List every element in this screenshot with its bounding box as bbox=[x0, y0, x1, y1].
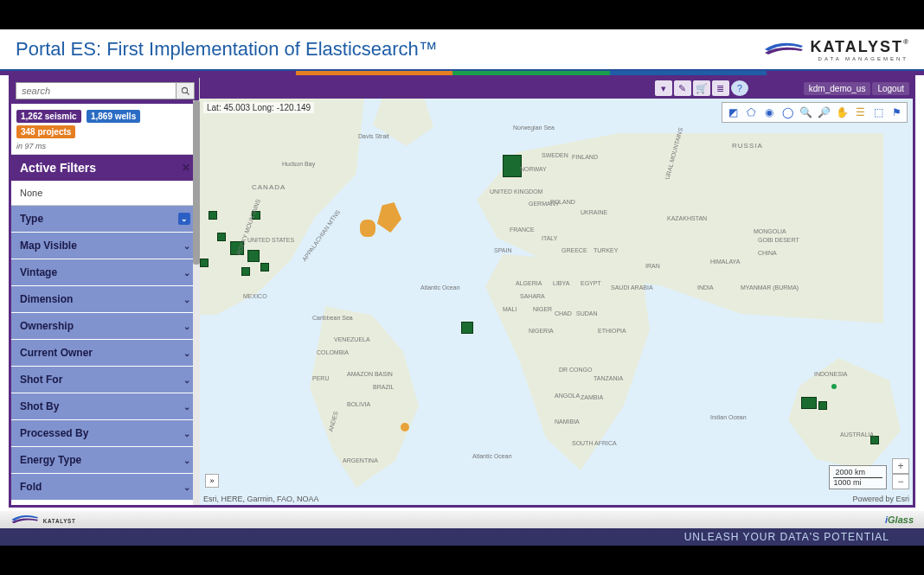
data-polygon[interactable] bbox=[401, 423, 409, 431]
data-polygon[interactable] bbox=[360, 220, 375, 237]
data-point[interactable] bbox=[247, 250, 260, 262]
scale-mi: 1000 mi bbox=[833, 478, 882, 487]
facet-label: Fold bbox=[20, 481, 42, 493]
facet-label: Shot By bbox=[20, 400, 59, 412]
map-label: Hudson Bay bbox=[282, 161, 315, 167]
zoom-out-button[interactable]: − bbox=[892, 474, 909, 489]
map-powered-by: Powered by Esri bbox=[852, 495, 909, 503]
scale-bar: 2000 km 1000 mi bbox=[829, 465, 887, 489]
map-label: SAHARA bbox=[520, 293, 545, 299]
map-label: TURKEY bbox=[594, 247, 618, 253]
facet-shot-by[interactable]: Shot By⌄ bbox=[11, 393, 199, 420]
sidebar-scrollbar[interactable] bbox=[193, 100, 200, 505]
map-label: ALGERIA bbox=[516, 280, 542, 286]
map-canvas[interactable]: CANADARUSSIAHudson BayNorwegian SeaDavis… bbox=[200, 99, 913, 505]
data-point[interactable] bbox=[217, 233, 226, 241]
facet-shot-for[interactable]: Shot For⌄ bbox=[11, 367, 199, 393]
data-point[interactable] bbox=[241, 267, 250, 276]
map-label: GOBI DESERT bbox=[758, 237, 799, 243]
select-circle-icon[interactable]: ◯ bbox=[779, 105, 796, 120]
facet-label: Energy Type bbox=[20, 454, 81, 466]
zoom-in-button[interactable]: + bbox=[892, 458, 909, 474]
chevron-down-icon: ⌄ bbox=[183, 322, 190, 331]
filter-icon[interactable]: ▾ bbox=[655, 80, 672, 96]
slide-title-bar: Portal ES: First Implementation of Elast… bbox=[0, 29, 924, 71]
data-point[interactable] bbox=[503, 155, 522, 177]
cart-icon[interactable]: 🛒 bbox=[693, 80, 710, 96]
facet-current-owner[interactable]: Current Owner⌄ bbox=[11, 340, 199, 367]
map-label: CHAD bbox=[555, 310, 572, 316]
flashlight-icon[interactable]: ✎ bbox=[674, 80, 691, 96]
facet-label: Map Visible bbox=[20, 240, 77, 252]
extent-icon[interactable]: ⬚ bbox=[869, 105, 887, 120]
data-point[interactable] bbox=[818, 401, 827, 410]
data-point[interactable] bbox=[831, 384, 837, 389]
map-label: NIGER bbox=[533, 306, 552, 312]
map-label: BRAZIL bbox=[373, 384, 395, 390]
map-label: EGYPT bbox=[581, 280, 601, 286]
close-icon[interactable]: ✕ bbox=[182, 162, 190, 174]
scale-km: 2000 km bbox=[833, 468, 882, 478]
data-point[interactable] bbox=[209, 211, 217, 220]
map-label: Caribbean Sea bbox=[312, 315, 353, 321]
map-coords: Lat: 45.003 Long: -120.149 bbox=[203, 102, 314, 113]
list-icon[interactable]: ≣ bbox=[712, 80, 729, 96]
data-point[interactable] bbox=[200, 259, 209, 267]
zoom-in-icon[interactable]: 🔍 bbox=[797, 105, 814, 120]
zoom-out-icon[interactable]: 🔎 bbox=[815, 105, 832, 120]
map-label: VENEZUELA bbox=[334, 336, 370, 342]
sidebar: 1,262 seismic 1,869 wells 348 projects i… bbox=[11, 78, 200, 505]
map-label: INDIA bbox=[697, 284, 714, 291]
facet-ownership[interactable]: Ownership⌄ bbox=[11, 313, 199, 340]
facet-energy-type[interactable]: Energy Type⌄ bbox=[11, 447, 199, 474]
map-attribution: Esri, HERE, Garmin, FAO, NOAA bbox=[203, 495, 319, 503]
facet-map-visible[interactable]: Map Visible⌄ bbox=[11, 233, 199, 259]
badge-projects[interactable]: 348 projects bbox=[16, 125, 75, 138]
data-polygon[interactable] bbox=[377, 202, 401, 233]
facet-fold[interactable]: Fold⌄ bbox=[11, 474, 199, 501]
chevron-down-icon: ⌄ bbox=[183, 295, 190, 304]
map-label: SPAIN bbox=[494, 247, 512, 253]
help-icon[interactable]: ? bbox=[731, 80, 748, 96]
map-label: GREECE bbox=[561, 247, 587, 253]
slide-title: Portal ES: First Implementation of Elast… bbox=[16, 38, 438, 61]
map-label: ANGOLA bbox=[555, 393, 580, 399]
map-label: MEXICO bbox=[243, 293, 267, 299]
select-rect-icon[interactable]: ◩ bbox=[724, 105, 741, 120]
app-frame: 1,262 seismic 1,869 wells 348 projects i… bbox=[9, 75, 915, 508]
map-label: MONGOLIA bbox=[754, 228, 786, 234]
map-label: Atlantic Ocean bbox=[472, 453, 512, 459]
basemap-toggle[interactable]: » bbox=[205, 474, 219, 488]
facet-processed-by[interactable]: Processed By⌄ bbox=[11, 420, 199, 447]
map-label: FINLAND bbox=[572, 154, 598, 160]
map-label: SUDAN bbox=[576, 310, 598, 316]
data-point[interactable] bbox=[801, 397, 817, 409]
select-lasso-icon[interactable]: ◉ bbox=[760, 105, 778, 120]
map-label: SOUTH AFRICA bbox=[572, 440, 617, 446]
logout-link[interactable]: Logout bbox=[872, 82, 909, 95]
user-label[interactable]: kdm_demo_us bbox=[804, 82, 871, 95]
select-poly-icon[interactable]: ⬠ bbox=[742, 105, 760, 120]
pan-icon[interactable]: ✋ bbox=[833, 105, 850, 120]
map-label: Norwegian Sea bbox=[513, 125, 555, 131]
map-label: UNITED STATES bbox=[247, 237, 294, 243]
chevron-down-icon: ⌄ bbox=[183, 456, 190, 465]
facet-dimension[interactable]: Dimension⌄ bbox=[11, 286, 199, 313]
facet-vintage[interactable]: Vintage⌄ bbox=[11, 259, 199, 286]
badge-seismic[interactable]: 1,262 seismic bbox=[16, 110, 81, 123]
map-label: ITALY bbox=[542, 235, 557, 241]
layers-icon[interactable]: ☰ bbox=[851, 105, 869, 120]
query-timing: in 97 ms bbox=[11, 140, 199, 155]
search-input[interactable] bbox=[16, 82, 176, 99]
facet-type[interactable]: Type⌄ bbox=[11, 206, 199, 233]
map-label: INDONESIA bbox=[814, 371, 848, 377]
chevron-down-icon: ⌄ bbox=[183, 375, 190, 385]
badge-wells[interactable]: 1,869 wells bbox=[87, 110, 140, 123]
data-point[interactable] bbox=[260, 263, 269, 272]
map-label: Atlantic Ocean bbox=[420, 284, 460, 291]
map-label: KAZAKHSTAN bbox=[667, 215, 707, 221]
bookmark-icon[interactable]: ⚑ bbox=[888, 105, 905, 120]
search-button[interactable] bbox=[176, 82, 195, 99]
footer-logo-text: KATALYST bbox=[43, 518, 76, 524]
data-point[interactable] bbox=[461, 322, 473, 334]
